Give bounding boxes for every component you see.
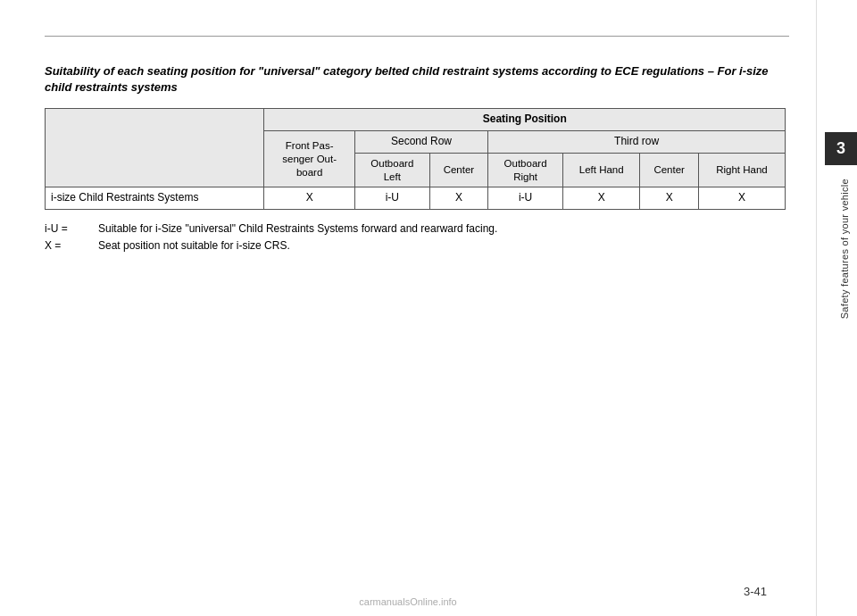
chapter-number: 3 (836, 139, 845, 157)
second-row-header: Second Row (354, 130, 487, 153)
page-number: 3-41 (744, 585, 767, 598)
footnotes: i-U = Suitable for i-Size "universal" Ch… (45, 221, 789, 254)
watermark-text: carmanualsOnline.info (359, 596, 456, 607)
val-front: X (264, 187, 354, 210)
table-row: i-size Child Restraints Systems X i-U X … (46, 187, 786, 210)
footnote-1-key: i-U = (45, 221, 98, 237)
watermark: carmanualsOnline.info (359, 596, 456, 607)
val-center-2: X (429, 187, 487, 210)
front-passenger-header: Front Pas-senger Out-board (264, 130, 354, 187)
val-left-hand: X (562, 187, 640, 210)
third-row-header: Third row (488, 130, 786, 153)
footnote-2: X = Seat position not suitable for i-siz… (45, 237, 789, 254)
val-outboard-left: i-U (354, 187, 429, 210)
val-right-hand: X (698, 187, 785, 210)
footnote-2-val: Seat position not suitable for i-size CR… (98, 237, 290, 254)
val-outboard-right: i-U (488, 187, 563, 210)
footnote-2-key: X = (45, 237, 98, 254)
top-rule (45, 36, 789, 37)
col-center-2: Center (429, 153, 487, 187)
col-left-hand: Left Hand (562, 153, 640, 187)
section-title: Suitability of each seating position for… (45, 63, 777, 96)
main-content: Suitability of each seating position for… (0, 0, 816, 616)
chapter-tab: 3 (825, 132, 857, 165)
sidebar-label: Safety features of your vehicle (839, 179, 850, 319)
row-label: i-size Child Restraints Systems (46, 187, 264, 210)
col-outboard-right: OutboardRight (488, 153, 563, 187)
col-right-hand: Right Hand (698, 153, 785, 187)
footnote-1-val: Suitable for i-Size "universal" Child Re… (98, 221, 497, 237)
col-outboard-left: OutboardLeft (354, 153, 429, 187)
restraints-table: Seating Position Front Pas-senger Out-bo… (45, 108, 786, 210)
footnote-1: i-U = Suitable for i-Size "universal" Ch… (45, 221, 789, 237)
page-container: Suitability of each seating position for… (0, 0, 857, 616)
col-center-3: Center (640, 153, 698, 187)
seating-position-header: Seating Position (264, 109, 786, 131)
val-center-3: X (640, 187, 698, 210)
right-sidebar: 3 Safety features of your vehicle (816, 0, 857, 616)
table-wrapper: Seating Position Front Pas-senger Out-bo… (45, 108, 786, 210)
